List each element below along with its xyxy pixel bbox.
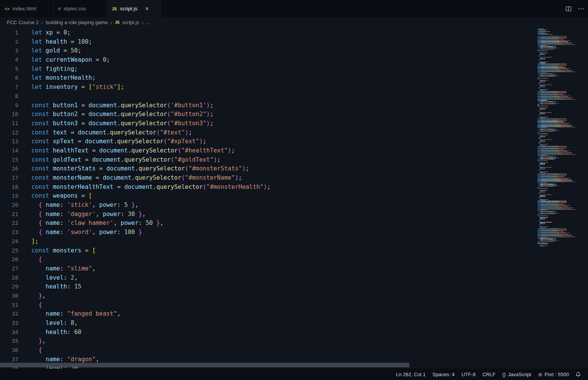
code-line[interactable]: 17const monsterName = document.querySele… bbox=[0, 174, 588, 183]
code-line[interactable]: 28 level: 2, bbox=[0, 274, 588, 283]
line-number: 9 bbox=[0, 101, 18, 110]
minimap[interactable] bbox=[538, 29, 586, 247]
chevron-right-icon: › bbox=[111, 20, 112, 26]
code-line[interactable]: 19const weapons = [ bbox=[0, 192, 588, 201]
line-number: 20 bbox=[0, 201, 18, 210]
code-line[interactable]: 4let currentWeapon = 0; bbox=[0, 56, 588, 65]
tab-styles.css[interactable]: # styles.css × bbox=[54, 0, 107, 17]
tab-script.js[interactable]: JS script.js × bbox=[107, 0, 161, 17]
line-number: 31 bbox=[0, 301, 18, 310]
line-number: 27 bbox=[0, 264, 18, 274]
code-line[interactable]: 32 name: "fanged beast", bbox=[0, 310, 588, 319]
more-actions-icon[interactable]: ⋯ bbox=[578, 5, 584, 13]
line-number: 26 bbox=[0, 255, 18, 264]
code-line[interactable]: 34 health: 60 bbox=[0, 328, 588, 337]
code-line[interactable]: 31 { bbox=[0, 301, 588, 310]
line-number: 25 bbox=[0, 246, 18, 256]
breadcrumb-item[interactable]: FCC Course 2 bbox=[7, 20, 39, 25]
status-label: Port : 5500 bbox=[544, 372, 569, 377]
status-label: CRLF bbox=[482, 372, 495, 377]
code-line[interactable]: 23 { name: 'sword', power: 100 } bbox=[0, 228, 588, 237]
close-icon[interactable]: × bbox=[144, 5, 150, 12]
circle-slash-icon: ⊘ bbox=[538, 372, 542, 377]
code-line[interactable]: 21 { name: 'dagger', power: 30 }, bbox=[0, 210, 588, 219]
line-number: 32 bbox=[0, 310, 18, 319]
code-line[interactable]: 27 name: "slime", bbox=[0, 264, 588, 274]
breadcrumb-item[interactable]: script.js bbox=[122, 20, 139, 25]
line-number: 3 bbox=[0, 46, 18, 56]
line-number: 2 bbox=[0, 38, 18, 47]
line-number: 5 bbox=[0, 65, 18, 74]
breadcrumb-item[interactable]: building a role playing game bbox=[46, 20, 108, 25]
code-editor[interactable]: 1let xp = 0;2let health = 100;3let gold … bbox=[0, 28, 588, 369]
code-line[interactable]: 22 { name: 'claw hammer', power: 50 }, bbox=[0, 219, 588, 228]
breadcrumb-item[interactable]: ... bbox=[146, 20, 150, 25]
code-line[interactable]: 25const monsters = [ bbox=[0, 246, 588, 256]
code-line[interactable]: 26 { bbox=[0, 255, 588, 264]
js-file-icon: JS bbox=[112, 7, 117, 11]
code-line[interactable]: 36 { bbox=[0, 346, 588, 355]
braces-icon: {} bbox=[502, 372, 506, 377]
status-language-mode[interactable]: {}JavaScript bbox=[499, 369, 534, 380]
tabs-container: <> index.html × # styles.css × JS script… bbox=[0, 0, 161, 17]
code-line[interactable]: 24]; bbox=[0, 237, 588, 246]
status-encoding[interactable]: UTF-8 bbox=[458, 369, 479, 380]
bell-icon[interactable] bbox=[572, 372, 584, 377]
line-number: 33 bbox=[0, 319, 18, 328]
code-line[interactable]: 14const healthText = document.querySelec… bbox=[0, 146, 588, 156]
code-line[interactable]: 35 }, bbox=[0, 337, 588, 346]
code-line[interactable]: 30 }, bbox=[0, 292, 588, 301]
line-number: 29 bbox=[0, 282, 18, 292]
status-live-server-port[interactable]: ⊘Port : 5500 bbox=[534, 369, 572, 380]
editor-tab-bar: <> index.html × # styles.css × JS script… bbox=[0, 0, 588, 17]
status-indentation[interactable]: Spaces: 4 bbox=[429, 369, 458, 380]
code-line[interactable]: 3let gold = 50; bbox=[0, 46, 588, 56]
line-number: 35 bbox=[0, 337, 18, 346]
line-number: 24 bbox=[0, 237, 18, 246]
line-number: 23 bbox=[0, 228, 18, 237]
code-line[interactable]: 7let inventory = ["stick"]; bbox=[0, 83, 588, 92]
code-line[interactable]: 18const monsterHealthText = document.que… bbox=[0, 183, 588, 192]
status-label: JavaScript bbox=[508, 372, 531, 377]
line-number: 7 bbox=[0, 83, 18, 92]
code-line[interactable]: 8 bbox=[0, 92, 588, 101]
breadcrumb-items: FCC Course 2›building a role playing gam… bbox=[7, 20, 150, 26]
split-editor-icon[interactable] bbox=[565, 6, 572, 12]
tab-index.html[interactable]: <> index.html × bbox=[0, 0, 54, 17]
code-line[interactable]: 16const monsterStats = document.querySel… bbox=[0, 164, 588, 174]
line-number: 34 bbox=[0, 328, 18, 337]
chevron-right-icon: › bbox=[142, 20, 144, 26]
line-number: 14 bbox=[0, 146, 18, 156]
code-line[interactable]: 1let xp = 0; bbox=[0, 28, 588, 38]
code-line[interactable]: 6let monsterHealth; bbox=[0, 74, 588, 83]
line-number: 19 bbox=[0, 192, 18, 201]
code-line[interactable]: 33 level: 8, bbox=[0, 319, 588, 328]
status-eol[interactable]: CRLF bbox=[479, 369, 499, 380]
horizontal-scrollbar[interactable] bbox=[0, 363, 409, 367]
code-line[interactable]: 20 { name: 'stick', power: 5 }, bbox=[0, 201, 588, 210]
line-number: 17 bbox=[0, 174, 18, 183]
tab-label: styles.css bbox=[64, 6, 86, 11]
chevron-right-icon: › bbox=[41, 20, 43, 26]
line-number: 30 bbox=[0, 292, 18, 301]
code-line[interactable]: 15const goldText = document.querySelecto… bbox=[0, 156, 588, 165]
line-number: 6 bbox=[0, 74, 18, 83]
code-line[interactable]: 5let fighting; bbox=[0, 65, 588, 74]
status-cursor-position[interactable]: Ln 262, Col 1 bbox=[393, 369, 429, 380]
line-number: 28 bbox=[0, 274, 18, 283]
code-line[interactable]: 12const text = document.querySelector("#… bbox=[0, 128, 588, 138]
code-line[interactable]: 9const button1 = document.querySelector(… bbox=[0, 101, 588, 110]
code-area: 1let xp = 0;2let health = 100;3let gold … bbox=[0, 28, 588, 369]
code-line[interactable]: 29 health: 15 bbox=[0, 282, 588, 292]
code-line[interactable]: 10const button2 = document.querySelector… bbox=[0, 110, 588, 119]
code-line[interactable]: 13const xpText = document.querySelector(… bbox=[0, 137, 588, 146]
code-line[interactable]: 11const button3 = document.querySelector… bbox=[0, 119, 588, 128]
editor-actions: ⋯ bbox=[565, 0, 584, 17]
breadcrumb: FCC Course 2›building a role playing gam… bbox=[0, 17, 588, 28]
code-line[interactable]: 2let health = 100; bbox=[0, 38, 588, 47]
html-file-icon: <> bbox=[5, 7, 10, 11]
line-number: 4 bbox=[0, 56, 18, 65]
status-label: Ln 262, Col 1 bbox=[396, 372, 425, 377]
line-number: 22 bbox=[0, 219, 18, 228]
line-number: 18 bbox=[0, 183, 18, 192]
